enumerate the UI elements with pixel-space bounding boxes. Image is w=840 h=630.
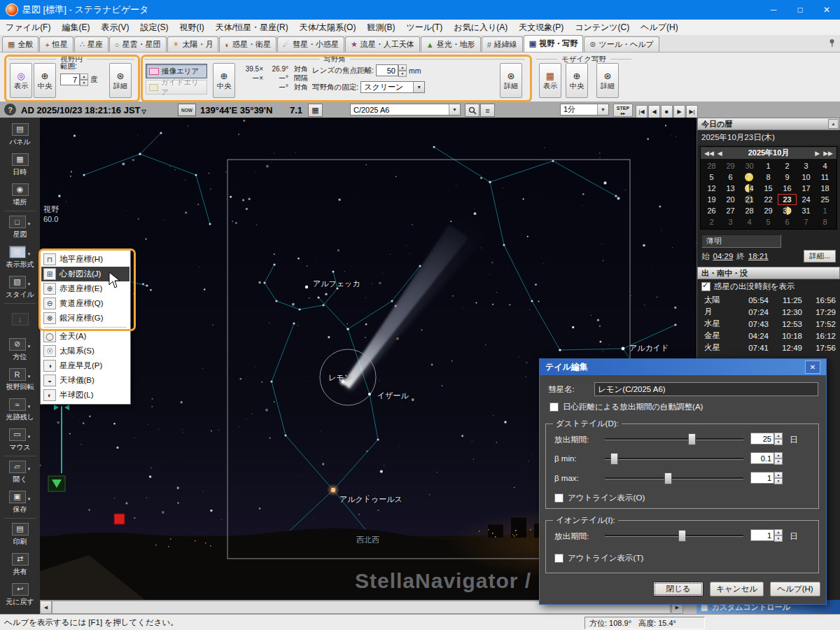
mosaic-center-button[interactable]: ⊕ 中央 (566, 63, 588, 98)
calendar-day-27[interactable]: 27 (721, 205, 740, 216)
grid-toggle-icon[interactable]: ▦ (308, 104, 323, 117)
calendar-prev-month-icon[interactable]: ◀ (718, 150, 722, 157)
sidebar-item-マウス[interactable]: ▭マウス (0, 425, 40, 455)
slider-thumb[interactable] (678, 530, 686, 542)
calendar-day-8[interactable]: 8 (759, 172, 778, 183)
calendar-day-24[interactable]: 24 (797, 194, 816, 205)
menubar-item-5[interactable]: 天体/恒星・星座(R) (210, 22, 294, 34)
search-icon[interactable] (465, 104, 479, 117)
menu-item-天球儀(B)[interactable]: ◒天球儀(B) (41, 373, 130, 388)
calendar-day-30[interactable]: 30 (740, 160, 759, 172)
beta-min-slider[interactable] (605, 453, 743, 464)
calendar-day-31[interactable]: 31 (797, 205, 816, 216)
spinner-buttons[interactable] (774, 452, 783, 464)
menubar-item-2[interactable]: 表示(V) (95, 22, 134, 34)
range-spinner[interactable]: 7 (60, 74, 88, 85)
guide-area-button[interactable]: ガイドエリア (146, 80, 207, 94)
tab-流星・人工天体[interactable]: ★流星・人工天体 (345, 36, 420, 52)
sidebar-item-日時[interactable]: ▦日時 (0, 150, 40, 180)
sidebar-item-元に戻す[interactable]: ↩元に戻す (0, 580, 40, 610)
calendar-day-15[interactable]: 15 (759, 183, 778, 194)
ion-outline-checkbox[interactable]: アウトライン表示(T) (554, 553, 643, 564)
fix-mode-combo[interactable]: スクリーン (360, 81, 425, 93)
menubar-item-7[interactable]: 観測(B) (361, 22, 400, 34)
dropdown-arrow-icon[interactable] (449, 104, 460, 115)
pin-icon[interactable] (828, 37, 836, 50)
menubar-item-3[interactable]: 設定(S) (134, 22, 174, 34)
calendar-day-5[interactable]: 5 (759, 216, 778, 227)
list-icon[interactable]: ≡ (480, 104, 495, 117)
calendar-next-year-icon[interactable]: ▶▶ (823, 150, 833, 157)
help-icon[interactable]: ? (4, 104, 16, 115)
menu-item-半球図(L)[interactable]: ◐半球図(L) (41, 388, 130, 402)
menubar-item-8[interactable]: ツール(T) (400, 22, 448, 34)
fov-show-button[interactable]: ◎ 表示 (10, 63, 32, 98)
photo-center-button[interactable]: ⊕ 中央 (213, 63, 235, 98)
dust-emission-slider[interactable] (605, 433, 743, 444)
sidebar-item-印刷[interactable]: ▤印刷 (0, 519, 40, 550)
fov-center-button[interactable]: ⊕ 中央 (34, 63, 56, 98)
calendar-day-11[interactable]: 11 (816, 172, 834, 183)
spinner-buttons[interactable] (80, 74, 88, 85)
cancel-button[interactable]: キャンセル (710, 582, 764, 596)
menubar-item-4[interactable]: 視野(I) (174, 22, 209, 34)
mosaic-show-button[interactable]: ▦ 表示 (539, 63, 561, 98)
tab-彗星・小惑星[interactable]: ☄彗星・小惑星 (277, 36, 344, 52)
tab-視野・写野[interactable]: ▣視野・写野 (524, 35, 583, 52)
calendar-day-17[interactable]: 17 (797, 183, 816, 194)
twilight-start-time[interactable]: 04:29 (713, 252, 734, 260)
spinner-buttons[interactable] (774, 433, 783, 444)
menubar-item-1[interactable]: 編集(E) (56, 22, 95, 34)
menu-item-星座早見(P)[interactable]: ◑星座早見(P) (41, 358, 130, 373)
play-reverse-button[interactable]: ◀ (648, 105, 660, 118)
menubar-item-10[interactable]: 天文現象(P) (513, 22, 569, 34)
tab-ツール・ヘルプ[interactable]: ⊛ツール・ヘルプ (584, 36, 659, 52)
scroll-up-icon[interactable] (828, 119, 839, 129)
calendar-day-7[interactable]: 7 (740, 172, 759, 183)
calendar-day-4[interactable]: 4 (740, 216, 759, 227)
step-button[interactable]: STEP (613, 104, 633, 117)
calendar-day-8[interactable]: 8 (816, 216, 834, 227)
dropdown-arrow-icon[interactable] (413, 82, 424, 92)
slider-thumb[interactable] (688, 433, 696, 445)
spinner-buttons[interactable] (398, 64, 407, 76)
calendar-day-25[interactable]: 25 (816, 194, 834, 205)
stop-button[interactable]: ■ (661, 105, 673, 118)
calendar-day-28[interactable]: 28 (740, 205, 759, 216)
twilight-end-time[interactable]: 18:21 (748, 252, 769, 260)
calendar-day-20[interactable]: 20 (721, 194, 740, 205)
tab-経緯線[interactable]: #経緯線 (482, 36, 523, 52)
calendar-day-18[interactable]: 18 (816, 183, 834, 194)
timezone-caret-icon[interactable]: ▽ (142, 108, 146, 115)
menu-item-銀河座標(G)[interactable]: ⊗銀河座標(G) (41, 311, 130, 326)
datetime-display[interactable]: AD 2025/10/23 18:21:16 JST▽ (21, 105, 146, 115)
twilight-detail-button[interactable]: 詳細... (804, 250, 836, 262)
interval-combo[interactable]: 1分 (560, 104, 609, 115)
calendar-day-29[interactable]: 29 (759, 205, 778, 216)
dust-outline-checkbox[interactable]: アウトライン表示(O) (554, 493, 645, 503)
sidebar-item-パネル[interactable]: ▤パネル (0, 120, 40, 150)
calendar-prev-year-icon[interactable]: ◀◀ (704, 150, 714, 157)
calendar-day-3[interactable]: 3 (721, 216, 740, 227)
comet-name-field[interactable]: レモン(C/2025 A6) (594, 382, 818, 396)
menu-item-地平座標(H)[interactable]: ⊓地平座標(H) (41, 252, 130, 267)
slider-thumb[interactable] (664, 472, 672, 484)
calendar-day-19[interactable]: 19 (702, 194, 721, 205)
calendar-day-22[interactable]: 22 (759, 194, 778, 205)
menu-item-太陽系(S)[interactable]: ☉太陽系(S) (41, 344, 130, 358)
spinner-buttons[interactable] (774, 529, 783, 541)
menu-item-心射図法(J)[interactable]: ⊞心射図法(J) (41, 267, 130, 281)
calendar-day-29[interactable]: 29 (721, 160, 740, 172)
checkbox-icon[interactable] (554, 554, 564, 563)
menubar-item-12[interactable]: ヘルプ(H) (635, 22, 684, 34)
calendar-day-2[interactable]: 2 (778, 160, 797, 172)
menu-item-全天(A)[interactable]: ◯全天(A) (41, 329, 130, 344)
calendar-day-2[interactable]: 2 (702, 216, 721, 227)
tab-星座[interactable]: ∴星座 (74, 36, 108, 52)
mosaic-detail-button[interactable]: ⊛ 詳細 (596, 63, 619, 98)
sidebar-item-表示形式[interactable]: ▦表示形式 (0, 242, 40, 272)
calendar-day-9[interactable]: 9 (778, 172, 797, 183)
calendar-day-1[interactable]: 1 (816, 205, 834, 216)
sidebar-item-開く[interactable]: ▱開く (0, 457, 40, 487)
sidebar-item-保存[interactable]: ▣保存 (0, 487, 40, 517)
